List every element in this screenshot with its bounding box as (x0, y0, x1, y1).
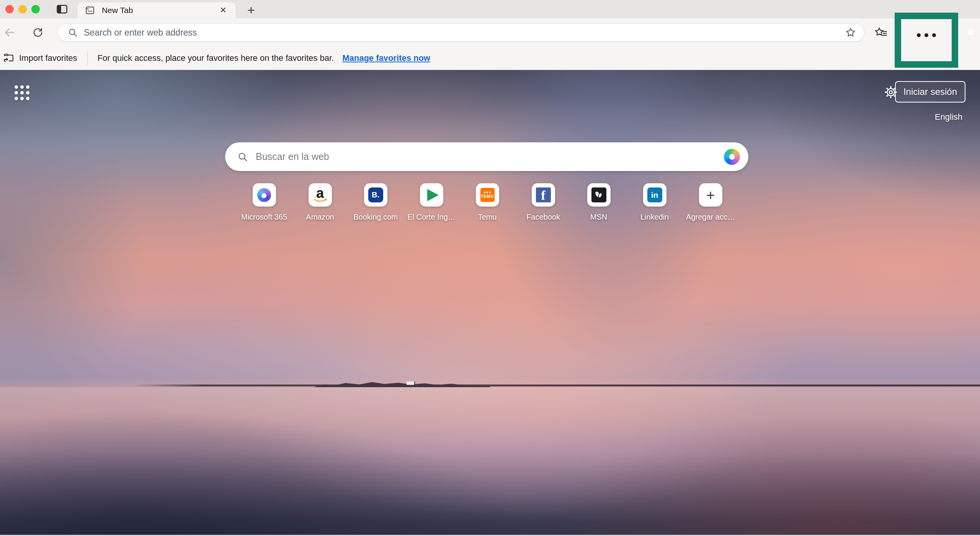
booking-icon: B. (368, 187, 383, 202)
shortcut-label: Linkedin (640, 213, 669, 222)
wallpaper-lake-reflection (0, 387, 980, 414)
wallpaper-horizon (134, 384, 980, 386)
sign-in-button[interactable]: Iniciar sesión (895, 81, 965, 103)
address-bar[interactable] (57, 23, 864, 42)
search-icon (68, 28, 78, 37)
shortcut-facebook[interactable]: f Facebook (518, 183, 568, 222)
manage-favorites-link[interactable]: Manage favorites now (342, 53, 430, 63)
app-launcher-icon[interactable] (15, 85, 31, 101)
import-folder-icon (3, 52, 15, 64)
el-corte-ingles-icon (427, 189, 439, 201)
shortcut-el-corte-ingles[interactable]: El Corte Ing… (407, 183, 456, 222)
facebook-icon: f (536, 187, 551, 202)
tab-new-tab[interactable]: New Tab ✕ (77, 2, 236, 18)
language-label: English (935, 112, 962, 122)
shortcut-linkedin[interactable]: in Linkedin (630, 183, 679, 222)
favorites-list-icon[interactable] (874, 26, 888, 40)
settings-and-more-icon[interactable] (915, 33, 938, 37)
tab-activity-icon[interactable] (56, 3, 68, 15)
add-favorite-star-icon[interactable] (844, 26, 857, 39)
shortcut-temu[interactable]: TEMU Temu (462, 183, 512, 222)
new-tab-page-icon (85, 5, 95, 15)
search-icon (237, 152, 248, 162)
shortcut-booking[interactable]: B. Booking.com (351, 183, 400, 222)
macos-close-button[interactable] (5, 5, 14, 13)
shortcut-amazon[interactable]: a Amazon (295, 183, 345, 222)
divider (87, 51, 88, 65)
close-tab-icon[interactable]: ✕ (217, 5, 229, 16)
shortcut-msn[interactable]: MSN (574, 183, 624, 222)
new-tab-page: Iniciar sesión English Microsoft 365 a (0, 70, 980, 536)
new-tab-button[interactable]: + (244, 3, 258, 17)
shortcut-label: MSN (590, 213, 607, 222)
shortcut-label: El Corte Ing… (407, 213, 456, 222)
copilot-icon[interactable] (724, 149, 740, 165)
shortcut-add-site[interactable]: + Agregar acc… (686, 183, 735, 222)
plus-icon: + (706, 188, 715, 202)
web-search-input[interactable] (256, 151, 724, 162)
linkedin-icon: in (647, 187, 662, 202)
reload-icon[interactable] (31, 26, 44, 39)
amazon-icon: a (313, 187, 327, 203)
macos-zoom-button[interactable] (31, 5, 40, 13)
import-favorites-label: Import favorites (19, 53, 77, 63)
copilot-icon[interactable] (963, 25, 978, 40)
address-input[interactable] (84, 28, 844, 38)
favorites-bar: Import favorites For quick access, place… (0, 47, 980, 70)
microsoft365-icon (257, 188, 271, 202)
web-search-box[interactable] (225, 142, 748, 171)
wallpaper-building (407, 381, 414, 385)
back-icon[interactable] (3, 26, 16, 39)
macos-minimize-button[interactable] (18, 5, 27, 13)
shortcut-label: Booking.com (353, 213, 398, 222)
navigation-toolbar (0, 18, 980, 47)
shortcut-label: Microsoft 365 (241, 213, 287, 222)
shortcut-label: Amazon (306, 213, 334, 222)
shortcut-label: Temu (478, 213, 497, 222)
browser-window: New Tab ✕ + (0, 0, 980, 536)
shortcut-label: Agregar acc… (686, 213, 735, 222)
temu-icon: TEMU (480, 188, 495, 202)
tab-title: New Tab (102, 6, 217, 15)
annotation-highlight-box (895, 13, 958, 68)
favorites-hint-text: For quick access, place your favorites h… (98, 53, 334, 63)
tab-bar: New Tab ✕ + (0, 0, 980, 18)
shortcut-microsoft-365[interactable]: Microsoft 365 (239, 183, 289, 222)
shortcut-label: Facebook (526, 213, 560, 222)
msn-butterfly-icon (591, 187, 606, 202)
wallpaper-mountains (314, 378, 490, 387)
import-favorites-button[interactable]: Import favorites (3, 52, 77, 64)
